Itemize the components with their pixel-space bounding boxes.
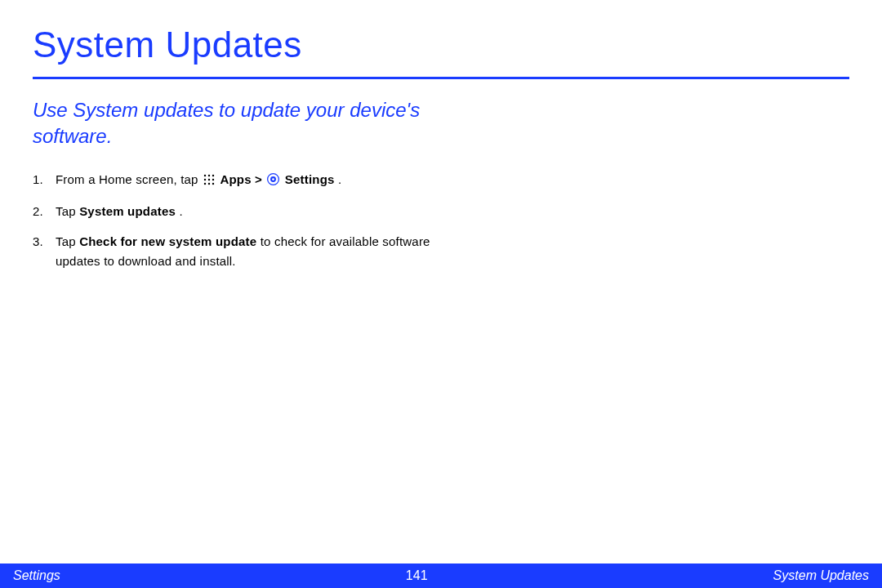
- svg-point-5: [212, 179, 214, 180]
- svg-point-3: [204, 179, 206, 180]
- footer-topic-label: System Updates: [773, 568, 869, 583]
- title-divider: [33, 77, 849, 79]
- svg-point-2: [212, 175, 214, 176]
- settings-gear-icon: [267, 172, 279, 190]
- document-page: System Updates Use System updates to upd…: [0, 0, 882, 588]
- step-1-apps-label: Apps: [220, 172, 251, 186]
- step-2: Tap System updates .: [33, 202, 457, 220]
- svg-point-0: [204, 175, 206, 176]
- svg-point-11: [273, 178, 275, 180]
- step-1-text-post: .: [338, 172, 341, 186]
- step-1-text-pre: From a Home screen, tap: [56, 172, 202, 186]
- svg-point-8: [212, 183, 214, 185]
- svg-point-6: [204, 183, 206, 185]
- apps-grid-icon: [203, 172, 215, 190]
- step-2-text-pre: Tap: [56, 204, 79, 218]
- footer-page-number: 141: [406, 568, 428, 583]
- step-1: From a Home screen, tap Apps >: [33, 170, 457, 190]
- step-3: Tap Check for new system update to check…: [33, 232, 457, 270]
- step-1-settings-label: Settings: [285, 172, 335, 186]
- svg-point-4: [208, 179, 210, 180]
- step-1-separator: >: [255, 172, 265, 186]
- page-title: System Updates: [33, 24, 849, 65]
- svg-point-7: [208, 183, 210, 185]
- page-footer: Settings 141 System Updates: [0, 564, 882, 588]
- footer-section-label: Settings: [13, 568, 60, 583]
- svg-point-1: [208, 175, 210, 176]
- step-2-text-post: .: [179, 204, 182, 218]
- instruction-list: From a Home screen, tap Apps >: [33, 170, 457, 270]
- step-2-bold: System updates: [79, 204, 176, 218]
- step-3-bold: Check for new system update: [79, 234, 256, 248]
- page-subtitle: Use System updates to update your device…: [33, 97, 457, 150]
- step-3-text-pre: Tap: [56, 234, 79, 248]
